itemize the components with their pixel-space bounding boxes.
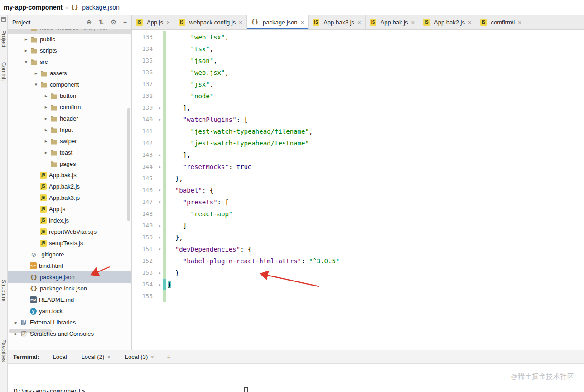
tree-item-app-js[interactable]: JSApp.js	[8, 203, 131, 215]
tree-item-header[interactable]: ▸header	[8, 113, 131, 124]
close-tab-icon[interactable]: ×	[239, 19, 242, 26]
close-tab-icon[interactable]: ×	[166, 19, 170, 26]
fold-end-icon[interactable]: ▴	[156, 149, 163, 161]
editor-line[interactable]: 152 "babel-plugin-react-html-attrs": "^3…	[132, 255, 584, 267]
tree-item-setuptests-js[interactable]: JSsetupTests.js	[8, 237, 131, 249]
terminal-body[interactable]: D:\my-app-component> @稀土掘金技术社区	[8, 364, 584, 392]
tree-horizontal-scrollbar[interactable]	[9, 329, 52, 333]
terminal-tab-local-3[interactable]: Local (3)×	[125, 350, 154, 363]
tree-item-toast[interactable]: ▸toast	[8, 147, 131, 158]
chevron-down-icon[interactable]: ▾	[32, 82, 40, 87]
editor-tab-webpack-config-js[interactable]: JSwebpack.config.js×	[174, 15, 247, 29]
new-terminal-tab-button[interactable]: +	[167, 353, 171, 361]
editor-line[interactable]: 140▾ "watchPlugins": [	[132, 114, 584, 126]
editor-line[interactable]: 136 "web.jsx",	[132, 67, 584, 78]
close-terminal-tab-icon[interactable]: ×	[150, 353, 154, 360]
tree-item-comfirm[interactable]: ▸comfirm	[8, 102, 131, 113]
editor-tab-package-json[interactable]: {}package.json×	[247, 15, 309, 29]
close-tab-icon[interactable]: ×	[301, 19, 304, 26]
close-tab-icon[interactable]: ×	[411, 19, 415, 26]
collapse-all-icon[interactable]: ⇅	[99, 19, 104, 26]
tree-item-assets[interactable]: ▸assets	[8, 68, 131, 79]
editor-line[interactable]: 153▴ }	[132, 267, 584, 279]
tree-item-pages[interactable]: pages	[8, 158, 131, 169]
toolwindow-button-project[interactable]: Project	[0, 30, 7, 47]
hide-panel-icon[interactable]: −	[123, 19, 127, 26]
editor-tab-comfirm-i[interactable]: JScomfirm\i×	[476, 15, 526, 29]
close-tab-icon[interactable]: ×	[518, 19, 521, 26]
tree-item-src[interactable]: ▾src	[8, 56, 131, 68]
chevron-right-icon[interactable]: ▸	[32, 70, 40, 76]
chevron-right-icon[interactable]: ▸	[12, 319, 20, 325]
editor-line[interactable]: 134 "tsx",	[132, 43, 584, 55]
fold-end-icon[interactable]: ▴	[156, 161, 163, 173]
toolwindow-button-favorites[interactable]: Favorites	[0, 339, 7, 362]
editor-line[interactable]: 135 "json",	[132, 55, 584, 67]
editor-line[interactable]: 137 "jsx",	[132, 78, 584, 90]
editor-line[interactable]: 148 "react-app"	[132, 208, 584, 220]
tree-item-reportwebvitals-js[interactable]: JSreportWebVitals.js	[8, 226, 131, 237]
toolwindow-button-structure[interactable]: Structure	[0, 280, 7, 302]
project-panel-title[interactable]: Project	[12, 19, 30, 26]
close-terminal-tab-icon[interactable]: ×	[107, 353, 111, 360]
chevron-right-icon[interactable]: ▸	[42, 104, 50, 110]
fold-open-icon[interactable]: ▾	[156, 114, 163, 126]
editor-tab-app-bak-js[interactable]: JSApp.bak.js×	[366, 15, 419, 29]
tree-item-index-js[interactable]: JSindex.js	[8, 215, 131, 226]
tree-item-readme-md[interactable]: MDREADME.md	[8, 294, 131, 305]
tool-window-icon[interactable]	[1, 17, 6, 22]
editor-tab-app-bak3-js[interactable]: JSApp.bak3.js×	[309, 15, 366, 29]
close-tab-icon[interactable]: ×	[357, 19, 361, 26]
tree-item-public[interactable]: ▸public	[8, 34, 131, 45]
tree-item-swiper[interactable]: ▸swiper	[8, 136, 131, 147]
editor-line[interactable]: 138 "node"	[132, 90, 584, 102]
tree-item-component[interactable]: ▾component	[8, 79, 131, 90]
tree-item-input[interactable]: ▸Input	[8, 124, 131, 136]
close-tab-icon[interactable]: ×	[468, 19, 472, 26]
breadcrumb-file[interactable]: {}package.json	[71, 4, 120, 11]
locate-file-icon[interactable]: ⊕	[87, 19, 92, 26]
tree-item-app-bak3-js[interactable]: JSApp.bak3.js	[8, 192, 131, 203]
editor-line[interactable]: 155	[132, 290, 584, 302]
tree-item-external-libraries[interactable]: ▸External Libraries	[8, 317, 131, 328]
chevron-right-icon[interactable]: ▸	[42, 116, 50, 121]
fold-open-icon[interactable]: ▾	[156, 196, 163, 208]
code-editor[interactable]: 133 "web.tsx",134 "tsx",135 "json",136 "…	[132, 30, 584, 350]
editor-line[interactable]: 141 "jest-watch-typeahead/filename",	[132, 126, 584, 137]
terminal-tab-local-2[interactable]: Local (2)×	[82, 350, 111, 363]
editor-line[interactable]: 143▴ ],	[132, 149, 584, 161]
tree-item-bind-html[interactable]: <>bind.html	[8, 260, 131, 271]
editor-line[interactable]: 144▴ "resetMocks": true	[132, 161, 584, 173]
editor-line[interactable]: 146▾ "babel": {	[132, 184, 584, 196]
breadcrumb-project[interactable]: my-app-component	[4, 4, 63, 11]
tree-item-app-bak-js[interactable]: JSApp.bak.js	[8, 169, 131, 181]
tree-item-node-modules[interactable]: node_moduleslibrary root	[8, 29, 131, 34]
editor-line[interactable]: 145 },	[132, 173, 584, 184]
editor-line[interactable]: 154▴}	[132, 279, 584, 290]
fold-end-icon[interactable]: ▴	[156, 232, 163, 243]
editor-tab-app-bak2-js[interactable]: JSApp.bak2.js×	[419, 15, 476, 29]
fold-end-icon[interactable]: ▴	[156, 279, 163, 290]
tree-item-yarn-lock[interactable]: yyarn.lock	[8, 305, 131, 317]
chevron-right-icon[interactable]: ▸	[22, 48, 30, 53]
fold-end-icon[interactable]: ▴	[156, 220, 163, 232]
tree-item-scripts[interactable]: ▸scripts	[8, 45, 131, 56]
tree-item-app-bak2-js[interactable]: JSApp.bak2.js	[8, 181, 131, 192]
fold-open-icon[interactable]: ▾	[156, 243, 163, 255]
settings-gear-icon[interactable]: ⚙	[111, 19, 116, 26]
editor-line[interactable]: 133 "web.tsx",	[132, 31, 584, 43]
tree-item-gitignore[interactable]: ⊘.gitignore	[8, 249, 131, 260]
editor-line[interactable]: 147▾ "presets": [	[132, 196, 584, 208]
chevron-right-icon[interactable]: ▸	[42, 138, 50, 144]
chevron-right-icon[interactable]: ▸	[42, 93, 50, 99]
editor-line[interactable]: 150▴ },	[132, 232, 584, 243]
editor-line[interactable]: 149▴ ]	[132, 220, 584, 232]
fold-open-icon[interactable]: ▾	[156, 184, 163, 196]
chevron-right-icon[interactable]: ▸	[22, 36, 30, 42]
editor-tab-app-js[interactable]: JSApp.js×	[132, 15, 174, 29]
tree-item-button[interactable]: ▸button	[8, 90, 131, 102]
editor-line[interactable]: 151▾ "devDependencies": {	[132, 243, 584, 255]
fold-end-icon[interactable]: ▴	[156, 267, 163, 279]
fold-end-icon[interactable]: ▴	[156, 102, 163, 114]
editor-line[interactable]: 139▴ ],	[132, 102, 584, 114]
